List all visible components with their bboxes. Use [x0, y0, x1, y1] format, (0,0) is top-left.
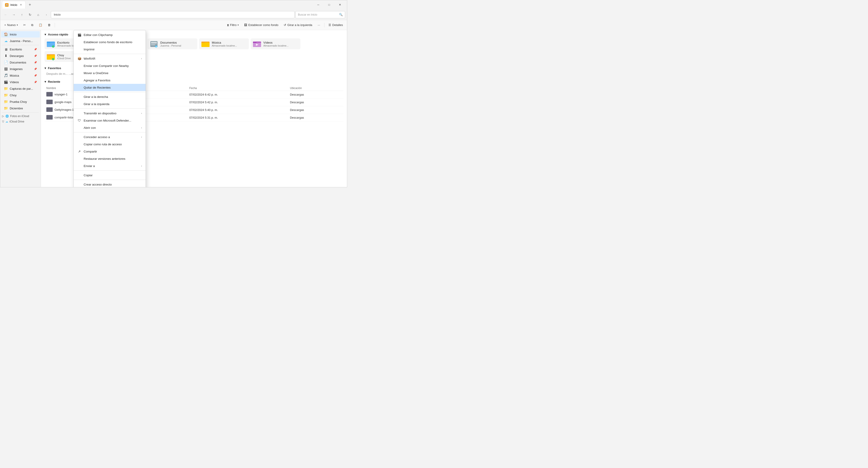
- acceso-rapido-title: Acceso rápido: [48, 33, 68, 36]
- pin-icon: 📌: [34, 48, 37, 51]
- context-menu-item-imprimir[interactable]: Imprimir: [74, 45, 146, 53]
- ctx-label-onedrive: Mover a OneDrive: [84, 71, 108, 75]
- context-menu-item-enviar_a[interactable]: Enviar a›: [74, 162, 146, 169]
- sidebar-label-videos: Vídeos: [10, 81, 19, 84]
- svg-rect-21: [253, 41, 256, 43]
- sidebar-item-juanma[interactable]: ☁ Juanma - Perso...: [1, 38, 40, 44]
- delete-button[interactable]: 🗑: [45, 22, 53, 29]
- back-button[interactable]: ←: [2, 11, 9, 18]
- file-location: Descargas: [288, 106, 343, 114]
- nuevo-button[interactable]: + Nuevo ▾: [2, 22, 20, 29]
- ctx-label-winrar: WinRAR: [84, 57, 95, 60]
- active-tab[interactable]: 🏠 Inicio ✕: [2, 1, 26, 8]
- sidebar-item-inicio[interactable]: 🏠 Inicio: [1, 31, 40, 37]
- more-button[interactable]: ···: [315, 22, 322, 29]
- up-button[interactable]: ↑: [18, 11, 26, 18]
- sidebar-item-capturas[interactable]: 📁 Capturas de par...: [1, 86, 40, 92]
- sidebar-group-icloud[interactable]: ▽ ☁ iCloud Drive: [0, 119, 41, 124]
- context-menu-item-onedrive[interactable]: Mover a OneDrive: [74, 69, 146, 76]
- favoritos-chevron: ▾: [44, 66, 46, 70]
- context-menu-item-compartir[interactable]: ↗Compartir: [74, 148, 146, 155]
- context-menu-item-nearby[interactable]: Enviar con Compartir con Nearby: [74, 62, 146, 69]
- maximize-button[interactable]: □: [324, 1, 334, 8]
- cut-button[interactable]: ✂: [21, 22, 28, 29]
- acceso-rapido-chevron: ▾: [44, 33, 46, 36]
- ctx-icon-quitar_recientes: [77, 86, 81, 90]
- sidebar-label-imagenes: Imágenes: [10, 67, 23, 71]
- context-menu-item-clipchamp[interactable]: 🎬Editar con Clipchamp: [74, 31, 146, 38]
- copy-button[interactable]: ⧉: [29, 22, 35, 29]
- close-button[interactable]: ✕: [335, 1, 345, 8]
- svg-rect-11: [151, 42, 157, 43]
- sidebar-item-videos[interactable]: 🎬 Vídeos 📌: [1, 79, 40, 85]
- home-button[interactable]: ⌂: [35, 11, 42, 18]
- search-icon[interactable]: 🔍: [339, 13, 343, 16]
- context-menu-item-fondo_escritorio[interactable]: Establecer como fondo de escritorio: [74, 38, 146, 45]
- sidebar: 🏠 Inicio ☁ Juanma - Perso... 🖥 Escritori…: [0, 30, 41, 187]
- folder-documentos[interactable]: ☁ Documentos Juanma - Personal: [148, 38, 197, 49]
- sidebar-label-choy: Choy: [10, 94, 17, 97]
- ctx-label-fondo_escritorio: Establecer como fondo de escritorio: [84, 40, 132, 44]
- file-date: 07/02/2024 5:40 p. m.: [187, 106, 288, 114]
- establecer-fondo-button[interactable]: 🖼 Establecer como fondo: [242, 22, 281, 29]
- context-menu-item-girar_izquierda[interactable]: Girar a la izquierda: [74, 100, 146, 107]
- context-menu-item-favoritos[interactable]: Agregar a Favoritos: [74, 76, 146, 84]
- sidebar-group-fotos[interactable]: ▷ 🌐 Fotos en iCloud: [0, 114, 41, 119]
- svg-rect-2: [47, 41, 51, 43]
- folder-musica[interactable]: Música Almacenado localme...: [199, 38, 249, 49]
- svg-rect-34: [46, 115, 53, 120]
- content-area: ▾ Acceso rápido ✓ Escritorio Almacenado …: [41, 30, 347, 187]
- sidebar-item-imagenes[interactable]: 🖼 Imágenes 📌: [1, 66, 40, 72]
- tab-close-button[interactable]: ✕: [19, 3, 23, 7]
- ctx-icon-nearby: [77, 64, 81, 68]
- folder-videos[interactable]: Vídeos Almacenado localme...: [251, 38, 301, 49]
- ctx-icon-defender: 🛡: [77, 118, 81, 123]
- ctx-icon-winrar: 📦: [77, 57, 81, 61]
- ctx-label-crear_acceso: Crear acceso directo: [84, 183, 112, 186]
- ctx-label-restaurar: Restaurar versiones anteriores: [84, 157, 125, 160]
- sidebar-label-diciembre: Diciembre: [10, 107, 23, 110]
- context-menu-item-copiar[interactable]: Copiar: [74, 171, 146, 179]
- imagenes-icon: 🖼: [4, 67, 8, 71]
- ctx-arrow-enviar_a: ›: [141, 164, 142, 167]
- search-placeholder: Buscar en Inicio: [298, 13, 317, 16]
- context-menu-item-conceder[interactable]: Conceder acceso a›: [74, 133, 146, 141]
- svg-rect-33: [46, 107, 53, 112]
- sidebar-item-descargas[interactable]: ⬇ Descargas 📌: [1, 53, 40, 59]
- refresh-button[interactable]: ↻: [26, 11, 34, 18]
- context-menu-item-copiar_ruta[interactable]: Copiar como ruta de acceso: [74, 141, 146, 148]
- context-menu-item-quitar_recientes[interactable]: Quitar de Recientes: [74, 84, 146, 91]
- context-menu-item-abrir_con[interactable]: Abrir con›: [74, 124, 146, 131]
- reciente-chevron: ▾: [44, 80, 46, 83]
- prueba-icon: 📁: [4, 100, 8, 104]
- context-menu-item-defender[interactable]: 🛡Examinar con Microsoft Defender...: [74, 117, 146, 124]
- sidebar-item-diciembre[interactable]: 📁 Diciembre: [1, 105, 40, 112]
- context-menu-item-winrar[interactable]: 📦WinRAR›: [74, 55, 146, 62]
- folder-info-musica: Música Almacenado localme...: [212, 41, 247, 47]
- sidebar-item-musica[interactable]: 🎵 Música 📌: [1, 72, 40, 79]
- sidebar-label-documentos: Documentos: [10, 61, 26, 64]
- sidebar-item-prueba[interactable]: 📁 Prueba Choy: [1, 98, 40, 105]
- search-box[interactable]: Buscar en Inicio 🔍: [296, 11, 345, 18]
- filtro-button[interactable]: ⧗ Filtro ▾: [225, 22, 241, 29]
- paste-button[interactable]: 📋: [36, 22, 44, 29]
- detalles-button[interactable]: ☰ Detalles: [326, 22, 345, 29]
- context-menu-item-crear_acceso[interactable]: Crear acceso directo: [74, 181, 146, 187]
- sidebar-item-escritorio[interactable]: 🖥 Escritorio 📌: [1, 46, 40, 53]
- context-menu-item-restaurar[interactable]: Restaurar versiones anteriores: [74, 155, 146, 162]
- address-input[interactable]: Inicio: [51, 11, 294, 18]
- girar-izquierda-button[interactable]: ↺ Girar a la izquierda: [281, 22, 314, 29]
- icloud-label: iCloud Drive: [9, 120, 24, 123]
- ctx-label-clipchamp: Editar con Clipchamp: [84, 33, 113, 37]
- path-chevron[interactable]: ›: [43, 11, 50, 18]
- context-menu-item-transmitir[interactable]: Transmitir en dispositivo›: [74, 110, 146, 117]
- new-tab-button[interactable]: +: [26, 1, 33, 8]
- tab-label: Inicio: [10, 3, 17, 6]
- sidebar-item-choy[interactable]: 📁 Choy: [1, 92, 40, 98]
- context-menu-item-girar_derecha[interactable]: Girar a la derecha: [74, 93, 146, 100]
- sidebar-item-documentos[interactable]: 📄 Documentos 📌: [1, 59, 40, 66]
- capturas-icon: 📁: [4, 87, 8, 91]
- ctx-icon-girar_izquierda: [77, 102, 81, 106]
- forward-button[interactable]: →: [10, 11, 18, 18]
- minimize-button[interactable]: ─: [313, 1, 323, 8]
